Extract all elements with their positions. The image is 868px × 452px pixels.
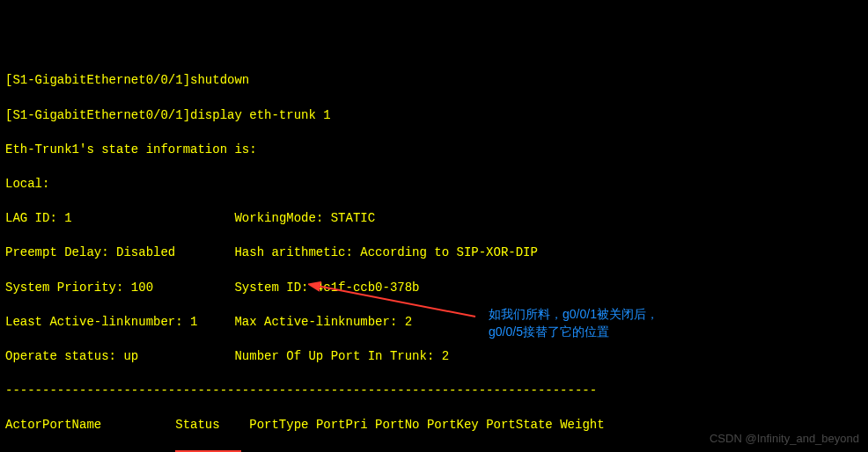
col-ppri: PortPri xyxy=(316,418,368,432)
least: Least Active-linknumber: 1 xyxy=(5,315,197,329)
separator-1: ----------------------------------------… xyxy=(5,383,863,400)
col-status: Status xyxy=(175,418,219,432)
info-row-1: LAG ID: 1 WorkingMode: STATIC xyxy=(5,210,863,228)
cmd-display: [S1-GigabitEthernet0/0/1]display eth-tru… xyxy=(5,107,863,125)
info-row-5: Operate status: up Number Of Up Port In … xyxy=(5,348,863,366)
state-title: Eth-Trunk1's state information is: xyxy=(5,142,863,159)
working-mode: WorkingMode: STATIC xyxy=(234,211,375,225)
hash: Hash arithmetic: According to SIP-XOR-DI… xyxy=(234,245,537,259)
annotation-line-1: 如我们所料，g0/0/1被关闭后， xyxy=(489,306,658,324)
max: Max Active-linknumber: 2 xyxy=(234,315,412,329)
annotation-line-2: g0/0/5接替了它的位置 xyxy=(489,324,658,341)
preempt: Preempt Delay: Disabled xyxy=(5,245,175,259)
col-ptype: PortType xyxy=(249,418,308,432)
upports: Number Of Up Port In Trunk: 2 xyxy=(234,349,449,363)
operate: Operate status: up xyxy=(5,349,138,363)
watermark: CSDN @Infinity_and_beyond xyxy=(710,431,859,447)
sys-id: System ID: 4c1f-ccb0-378b xyxy=(234,281,419,295)
sys-pri: System Priority: 100 xyxy=(5,281,153,295)
lag-id: LAG ID: 1 xyxy=(5,211,72,225)
col-pno: PortNo xyxy=(375,418,419,432)
local-label: Local: xyxy=(5,176,863,193)
cmd-shutdown: [S1-GigabitEthernet0/0/1]shutdown xyxy=(5,72,863,90)
col-name: ActorPortName xyxy=(5,418,101,432)
annotation-text: 如我们所料，g0/0/1被关闭后， g0/0/5接替了它的位置 xyxy=(489,306,658,340)
col-weight: Weight xyxy=(560,418,604,432)
info-row-3: System Priority: 100 System ID: 4c1f-ccb… xyxy=(5,280,863,297)
col-pkey: PortKey xyxy=(427,418,479,432)
info-row-2: Preempt Delay: Disabled Hash arithmetic:… xyxy=(5,244,863,262)
col-pstate: PortState xyxy=(486,418,553,432)
info-row-4: Least Active-linknumber: 1 Max Active-li… xyxy=(5,314,863,332)
